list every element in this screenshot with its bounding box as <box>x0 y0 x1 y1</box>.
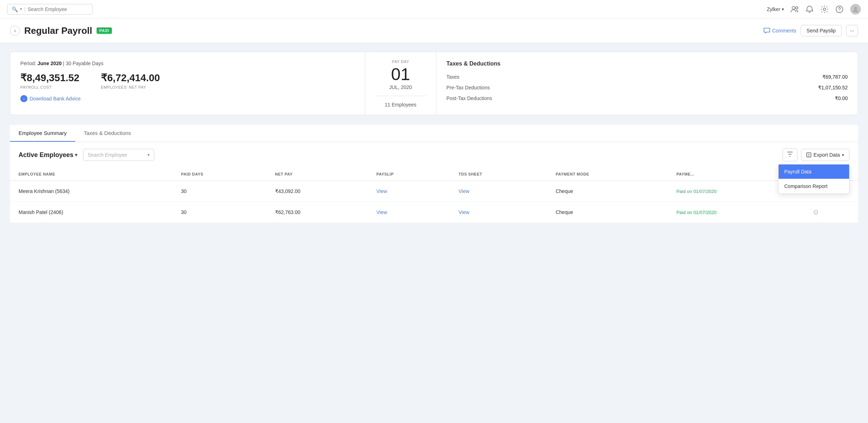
tax-name-1: Taxes <box>446 74 460 80</box>
table-toolbar: Active Employees ▾ Search Employee ▾ Exp… <box>10 142 858 168</box>
employee-name-1: Meera Krishnan (5634) <box>10 181 172 202</box>
col-tds-sheet: TDS SHEET <box>450 168 547 181</box>
paid-days-2: 30 <box>172 202 267 223</box>
tab-employee-summary[interactable]: Employee Summary <box>10 125 75 142</box>
payable-days: 30 Payable Days <box>66 61 103 66</box>
active-employees-text: Active Employees <box>19 151 73 159</box>
search-input[interactable] <box>28 6 88 12</box>
header-actions: Comments Send Payslip ··· <box>764 25 858 36</box>
global-search-bar[interactable]: 🔍 ▾ | <box>7 4 93 15</box>
active-employees-label[interactable]: Active Employees ▾ <box>19 151 77 159</box>
taxes-row-3: Post-Tax Deductions ₹0.00 <box>446 95 848 101</box>
table-row: Meera Krishnan (5634) 30 ₹43,092.00 View… <box>10 181 858 202</box>
svg-point-2 <box>823 8 826 10</box>
send-payslip-button[interactable]: Send Payslip <box>801 25 842 36</box>
search-icon: 🔍 <box>12 6 18 12</box>
toolbar-right: Export Data ▾ Payroll Data Comparison Re… <box>782 148 849 161</box>
export-comparison-report-item[interactable]: Comparison Report <box>779 179 849 193</box>
tds-view-1[interactable]: View <box>450 181 547 202</box>
payroll-cost-label: PAYROLL COST <box>20 85 79 89</box>
svg-point-5 <box>854 7 857 10</box>
payslip-view-2[interactable]: View <box>368 202 450 223</box>
top-nav: 🔍 ▾ | Zylker ▾ <box>0 0 868 19</box>
back-button[interactable]: ‹ <box>10 26 20 36</box>
tax-value-2: ₹1,07,150.52 <box>818 85 848 90</box>
paid-days-1: 30 <box>172 181 267 202</box>
amounts-row: ₹8,49,351.52 PAYROLL COST ₹6,72,414.00 E… <box>20 72 355 89</box>
comments-label: Comments <box>772 28 796 33</box>
table-row: Manish Patel (2406) 30 ₹62,763.00 View V… <box>10 202 858 223</box>
org-selector[interactable]: Zylker ▾ <box>767 6 784 12</box>
taxes-title: Taxes & Deductions <box>446 61 848 67</box>
svg-point-0 <box>792 6 795 9</box>
payment-status-2: Paid on 01/07/2020 <box>668 202 804 223</box>
export-data-button[interactable]: Export Data ▾ <box>801 149 849 161</box>
employees-table: EMPLOYEE NAME PAID DAYS NET PAY PAYSLIP … <box>10 168 858 223</box>
more-options-button[interactable]: ··· <box>846 25 858 36</box>
main-content: Period: June 2020 | 30 Payable Days ₹8,4… <box>0 43 868 231</box>
period-value: June 2020 <box>37 61 62 66</box>
org-name-label: Zylker <box>767 6 780 12</box>
net-pay-value: ₹6,72,414.00 <box>101 72 160 84</box>
employee-search-dropdown[interactable]: Search Employee ▾ <box>83 149 154 161</box>
help-icon[interactable] <box>835 5 844 14</box>
row-more-2[interactable]: ⊙ <box>805 202 858 223</box>
period-label: Period: <box>20 61 36 66</box>
bell-icon[interactable] <box>805 5 814 14</box>
col-net-pay: NET PAY <box>267 168 368 181</box>
payment-mode-1: Cheque <box>547 181 668 202</box>
net-pay-block: ₹6,72,414.00 EMPLOYEES' NET PAY <box>101 72 160 89</box>
comments-button[interactable]: Comments <box>764 28 796 33</box>
paid-badge: PAID <box>97 27 112 34</box>
download-label: Download Bank Advice <box>30 96 81 101</box>
tds-view-2[interactable]: View <box>450 202 547 223</box>
payment-mode-2: Cheque <box>547 202 668 223</box>
export-dropdown-menu: Payroll Data Comparison Report <box>778 164 849 194</box>
active-employees-dropdown-icon: ▾ <box>75 152 77 158</box>
svg-point-4 <box>839 11 840 11</box>
avatar[interactable] <box>850 4 861 15</box>
org-chevron-icon: ▾ <box>782 7 784 12</box>
tax-value-1: ₹69,787.00 <box>822 74 848 80</box>
nav-right: Zylker ▾ <box>767 4 861 15</box>
period-text: Period: June 2020 | 30 Payable Days <box>20 61 355 66</box>
summary-cards: Period: June 2020 | 30 Payable Days ₹8,4… <box>10 52 858 115</box>
search-dropdown-arrow[interactable]: ▾ <box>20 7 22 11</box>
taxes-row-2: Pre-Tax Deductions ₹1,07,150.52 <box>446 85 848 90</box>
payroll-cost-value: ₹8,49,351.52 <box>20 72 79 84</box>
export-payroll-data-item[interactable]: Payroll Data <box>779 164 849 179</box>
export-data-label: Export Data <box>813 152 840 158</box>
tax-name-3: Post-Tax Deductions <box>446 95 492 101</box>
net-pay-label: EMPLOYEES' NET PAY <box>101 85 160 89</box>
page-title: Regular Payroll <box>24 25 92 36</box>
payday-month: JUL, 2020 <box>389 84 412 90</box>
payroll-cost-block: ₹8,49,351.52 PAYROLL COST <box>20 72 79 89</box>
page-header: ‹ Regular Payroll PAID Comments Send Pay… <box>0 19 868 43</box>
payday-date: 01 <box>391 66 410 83</box>
table-section: Employee Summary Taxes & Deductions Acti… <box>10 125 858 223</box>
employees-count: 11 Employees <box>375 96 426 108</box>
employee-search-chevron-icon: ▾ <box>148 152 150 157</box>
col-paid-days: PAID DAYS <box>172 168 267 181</box>
tax-name-2: Pre-Tax Deductions <box>446 85 490 90</box>
net-pay-1: ₹43,092.00 <box>267 181 368 202</box>
employee-name-2: Manish Patel (2406) <box>10 202 172 223</box>
payday-label: PAY DAY <box>392 59 409 64</box>
download-bank-advice-link[interactable]: ↓ Download Bank Advice <box>20 95 355 102</box>
net-pay-2: ₹62,763.00 <box>267 202 368 223</box>
col-employee-name: EMPLOYEE NAME <box>10 168 172 181</box>
table-header-row: EMPLOYEE NAME PAID DAYS NET PAY PAYSLIP … <box>10 168 858 181</box>
col-payslip: PAYSLIP <box>368 168 450 181</box>
svg-point-1 <box>796 7 798 9</box>
download-icon: ↓ <box>20 95 27 102</box>
filter-button[interactable] <box>782 148 797 161</box>
col-payment-mode: PAYMENT MODE <box>547 168 668 181</box>
payroll-cost-card: Period: June 2020 | 30 Payable Days ₹8,4… <box>10 52 365 115</box>
payslip-view-1[interactable]: View <box>368 181 450 202</box>
settings-icon[interactable] <box>820 5 829 14</box>
tax-value-3: ₹0.00 <box>835 95 848 101</box>
taxes-deductions-card: Taxes & Deductions Taxes ₹69,787.00 Pre-… <box>436 52 858 115</box>
tab-taxes-deductions[interactable]: Taxes & Deductions <box>75 125 140 142</box>
tabs-row: Employee Summary Taxes & Deductions <box>10 125 858 142</box>
team-icon[interactable] <box>790 5 799 14</box>
